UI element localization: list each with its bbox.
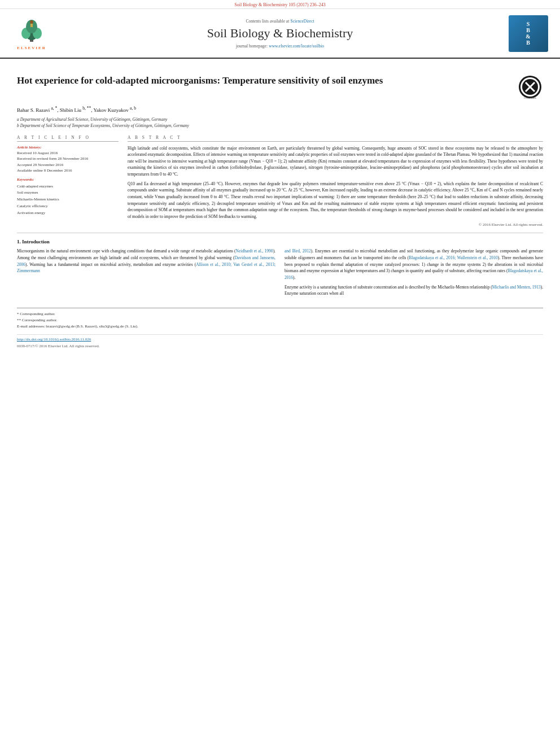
footnote-section: * Corresponding author. ** Corresponding… (17, 308, 543, 330)
keyword-4: Catalytic efficiency (17, 203, 119, 210)
footnote-2: ** Corresponding author. (17, 317, 543, 324)
sbb-ampersand: & (526, 33, 531, 40)
crossmark-logo: CrossMark (518, 75, 543, 100)
affiliation-a: a Department of Agricultural Soil Scienc… (17, 116, 543, 123)
abstract-text: High latitude and cold ecosystems, which… (128, 145, 543, 220)
authors-line: Bahar S. Razavi a, *, Shibin Liu b, **, … (17, 106, 543, 113)
sbb-letter-s: S (527, 21, 531, 27)
abstract-label: A B S T R A C T (128, 135, 543, 142)
top-bar: Soil Biology & Biochemistry 105 (2017) 2… (0, 0, 560, 9)
author-razavi: Bahar S. Razavi (17, 107, 51, 113)
ref-allison: Allison et al., 2010; Van Gestel et al.,… (17, 262, 275, 274)
ref-zimmermann-bird: and Bird, 2012 (285, 248, 311, 254)
article-history-block: Article history: Received 10 August 2016… (17, 145, 119, 174)
keyword-2: Soil enzymes (17, 190, 119, 196)
author-liu: Shibin Liu (60, 107, 83, 113)
contents-text: Contents lists available at (246, 19, 289, 24)
svg-text:CrossMark: CrossMark (524, 97, 537, 99)
received-date: Received 10 August 2016 (17, 150, 119, 156)
keyword-5: Activation energy (17, 210, 119, 217)
intro-title: Introduction (22, 239, 50, 244)
sciencedirect-link[interactable]: ScienceDirect (291, 19, 314, 24)
keywords-block: Keywords: Cold-adapted enzymes Soil enzy… (17, 177, 119, 217)
abstract-paragraph-2: Q10 and Ea decreased at high temperature… (128, 181, 543, 220)
footnote-1: * Corresponding author. (17, 311, 543, 317)
keyword-1: Cold-adapted enzymes (17, 184, 119, 190)
bottom-links: http://dx.doi.org/10.1016/j.soilbio.2016… (17, 334, 543, 348)
available-date: Available online 8 December 2016 (17, 168, 119, 174)
elsevier-wordmark: ELSEVIER (17, 46, 46, 50)
article-info-label: A R T I C L E I N F O (17, 135, 119, 142)
keywords-label: Keywords: (17, 177, 119, 182)
elsevier-tree-svg (15, 16, 49, 45)
copyright-line: © 2016 Elsevier Ltd. All rights reserved… (128, 222, 543, 227)
sbb-letter-b1: B (526, 27, 531, 33)
journal-ref-text: Soil Biology & Biochemistry 105 (2017) 2… (234, 2, 325, 7)
svg-rect-6 (30, 24, 33, 27)
abstract-paragraph-1: High latitude and cold ecosystems, which… (128, 145, 543, 178)
elsevier-logo: ELSEVIER (9, 14, 54, 53)
article-info-column: A R T I C L E I N F O Article history: R… (17, 135, 119, 228)
intro-right-text: and Bird, 2012). Enzymes are essential t… (285, 248, 543, 296)
keyword-3: Michaelis-Menten kinetics (17, 196, 119, 203)
intro-body-text: Microorganisms in the natural environmen… (17, 248, 275, 274)
journal-header: ELSEVIER Contents lists available at Sci… (0, 9, 560, 59)
section-divider (17, 233, 543, 233)
doi-link[interactable]: http://dx.doi.org/10.1016/j.soilbio.2016… (17, 337, 543, 342)
ref-blagodatskaya: Blagodatskaya et al., 2016; Wallenstein … (409, 255, 497, 260)
abstract-column: A B S T R A C T High latitude and cold e… (128, 135, 543, 228)
accepted-date: Accepted 29 November 2016 (17, 162, 119, 168)
homepage-label: journal homepage: (236, 43, 268, 49)
journal-title: Soil Biology & Biochemistry (54, 26, 506, 41)
intro-number: 1. (17, 239, 21, 244)
homepage-url[interactable]: www.elsevier.com/locate/soilbio (269, 43, 324, 49)
introduction-section: 1. Introduction Microorganisms in the na… (17, 239, 543, 299)
author-kuzyakov: Yakov Kuzyakov (94, 107, 130, 113)
ref-neidhardt: Neidhardt et al., 1990 (236, 248, 273, 254)
issn-text: 0038-0717/© 2016 Elsevier Ltd. All right… (17, 344, 99, 348)
revised-date: Received in revised form 28 November 201… (17, 156, 119, 162)
svg-point-5 (30, 20, 33, 24)
affiliations: a Department of Agricultural Soil Scienc… (17, 116, 543, 129)
intro-left-col: Microorganisms in the natural environmen… (17, 248, 275, 299)
article-title-section: Hot experience for cold-adapted microorg… (17, 75, 543, 100)
article-title: Hot experience for cold-adapted microorg… (17, 75, 512, 87)
email-footnote: E-mail addresses: brazavi@gwdg.de (B.S. … (17, 324, 543, 330)
ref-blagodatskaya2: Blagodatskaya et al., 2016 (285, 268, 543, 280)
journal-center-info: Contents lists available at ScienceDirec… (54, 18, 506, 49)
intro-right-col: and Bird, 2012). Enzymes are essential t… (285, 248, 543, 299)
history-label: Article history: (17, 145, 119, 150)
intro-heading: 1. Introduction (17, 239, 543, 244)
affiliation-b: b Department of Soil Science of Temperat… (17, 123, 543, 129)
ref-michaelis: Michaelis and Menten, 1913 (492, 285, 541, 290)
sbb-logo: S B & B (506, 14, 551, 53)
sbb-letter-b2: B (526, 40, 531, 46)
